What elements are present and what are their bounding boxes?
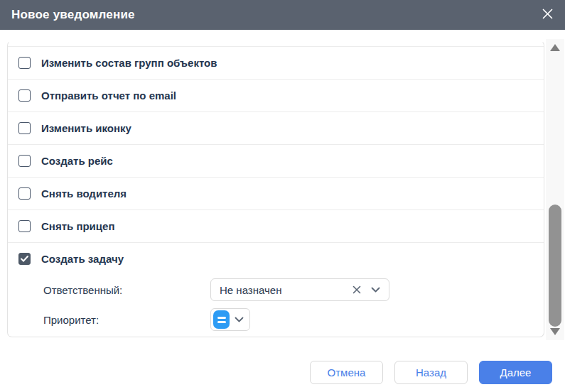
scrollbar-thumb[interactable] bbox=[549, 205, 561, 327]
responsible-select[interactable]: Не назначен bbox=[210, 278, 389, 301]
list-scrollbar[interactable] bbox=[546, 39, 564, 340]
action-row-change-unit-groups[interactable]: Изменить состав групп объектов bbox=[8, 47, 544, 80]
clear-icon[interactable] bbox=[353, 285, 361, 294]
action-label: Создать задачу bbox=[41, 253, 124, 265]
priority-label: Приоритет: bbox=[43, 314, 210, 326]
cancel-button[interactable]: Отмена bbox=[310, 361, 383, 384]
action-label: Изменить иконку bbox=[41, 122, 131, 134]
responsible-field-row: Ответственный: Не назначен bbox=[8, 275, 544, 305]
close-button[interactable] bbox=[541, 9, 554, 21]
scrolled-row-sliver bbox=[8, 41, 544, 47]
priority-field-row: Приоритет: bbox=[8, 305, 544, 334]
action-label: Отправить отчет по email bbox=[41, 89, 176, 102]
scroll-down-icon[interactable] bbox=[550, 328, 560, 335]
action-row-remove-trailer[interactable]: Снять прицеп bbox=[8, 210, 544, 243]
scroll-up-icon[interactable] bbox=[550, 44, 560, 51]
chevron-down-icon[interactable] bbox=[371, 287, 380, 293]
action-row-create-task[interactable]: Создать задачу bbox=[8, 243, 544, 275]
dialog-title: Новое уведомление bbox=[11, 8, 135, 22]
priority-normal-icon bbox=[213, 310, 230, 329]
close-icon bbox=[542, 9, 553, 22]
dialog-header: Новое уведомление bbox=[0, 0, 565, 30]
checkbox[interactable] bbox=[18, 253, 31, 265]
priority-select[interactable] bbox=[210, 308, 250, 331]
action-row-create-trip[interactable]: Создать рейс bbox=[8, 145, 544, 178]
checkbox[interactable] bbox=[18, 220, 31, 232]
checkbox[interactable] bbox=[18, 155, 31, 167]
action-row-send-report-email[interactable]: Отправить отчет по email bbox=[8, 80, 544, 112]
checkbox[interactable] bbox=[18, 122, 31, 134]
checkbox[interactable] bbox=[18, 57, 31, 69]
checkbox[interactable] bbox=[18, 89, 31, 102]
back-button[interactable]: Назад bbox=[394, 361, 468, 384]
next-button[interactable]: Далее bbox=[479, 361, 552, 384]
action-row-remove-driver[interactable]: Снять водителя bbox=[8, 178, 544, 210]
checkbox[interactable] bbox=[18, 187, 31, 200]
action-label: Снять прицеп bbox=[41, 220, 114, 232]
action-label: Изменить состав групп объектов bbox=[41, 57, 217, 69]
chevron-down-icon[interactable] bbox=[235, 317, 244, 322]
dialog-footer: Отмена Назад Далее bbox=[0, 361, 565, 384]
action-label: Создать рейс bbox=[41, 155, 113, 167]
action-label: Снять водителя bbox=[41, 187, 127, 200]
responsible-value: Не назначен bbox=[220, 284, 281, 296]
action-row-change-icon[interactable]: Изменить иконку bbox=[8, 112, 544, 145]
responsible-label: Ответственный: bbox=[43, 284, 210, 296]
actions-list: Изменить состав групп объектов Отправить… bbox=[7, 40, 544, 337]
new-notification-dialog: Новое уведомление Изменить состав групп … bbox=[0, 0, 565, 392]
